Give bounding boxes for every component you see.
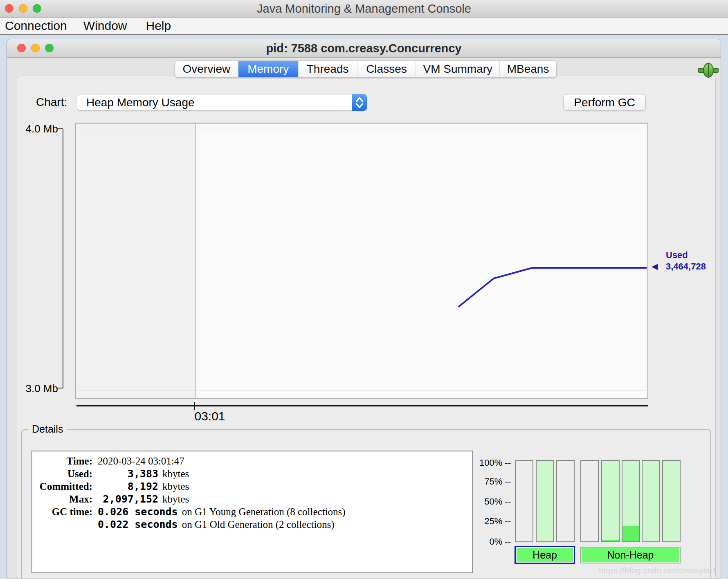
nonheap-pool-bar	[662, 460, 681, 542]
nonheap-pool-bar	[622, 460, 640, 542]
detail-label: Committed:	[32, 480, 92, 493]
y-axis-line	[63, 129, 63, 388]
y-axis-max-label: 4.0 Mb	[17, 122, 58, 135]
jconsole-window: pid: 7588 com.creasy.Concurrency Overvie…	[7, 39, 721, 579]
window-title: pid: 7588 com.creasy.Concurrency	[7, 39, 721, 58]
chart-type-select[interactable]: Heap Memory Usage	[77, 94, 367, 111]
bars-axis-75: 75% --	[454, 476, 511, 487]
detail-label: GC time:	[32, 505, 92, 518]
x-axis-tick-label: 03:01	[185, 409, 234, 423]
heap-pool-bar	[556, 460, 575, 542]
detail-row-committed: Committed: 8,192kbytes	[32, 480, 472, 493]
detail-label	[32, 518, 92, 531]
bars-axis-0: 0% --	[454, 536, 511, 548]
screen: Java Monitoring & Management Console Con…	[0, 0, 728, 579]
detail-unit: kbytes	[162, 468, 189, 479]
menu-help[interactable]: Help	[145, 19, 172, 33]
jconsole-titlebar: pid: 7588 com.creasy.Concurrency	[7, 39, 721, 58]
detail-number: 0.026 seconds	[98, 505, 178, 518]
menu-window[interactable]: Window	[83, 19, 128, 33]
used-value-label: Used 3,464,728	[666, 249, 706, 272]
nonheap-pool-bar	[642, 460, 660, 542]
heap-usage-chart	[75, 123, 648, 399]
tab-classes[interactable]: Classes	[357, 61, 416, 77]
bars-axis-50: 50% --	[454, 496, 511, 507]
perform-gc-button[interactable]: Perform GC	[563, 94, 646, 111]
menu-bar: Connection Window Help	[0, 18, 728, 35]
heap-pool-bar	[536, 460, 554, 542]
y-axis-bottom-tick	[58, 388, 63, 388]
tab-memory[interactable]: Memory	[238, 61, 299, 77]
detail-label: Max:	[32, 493, 92, 505]
detail-number: 3,383	[98, 467, 158, 480]
detail-label: Time:	[32, 455, 92, 467]
app-title: Java Monitoring & Management Console	[0, 0, 728, 18]
series-marker-icon: ◀	[652, 261, 658, 271]
chart-select-label: Chart:	[36, 94, 67, 110]
nonheap-pool-bar	[601, 460, 620, 542]
memory-tab-panel: Chart: Heap Memory Usage Perform GC 4.0 …	[17, 76, 716, 579]
y-axis-top-tick	[58, 128, 63, 129]
menu-connection[interactable]: Connection	[4, 19, 68, 33]
detail-unit: on G1 Old Generation (2 collections)	[182, 519, 335, 530]
detail-number: 2,097,152	[98, 493, 158, 505]
details-legend: Details	[28, 423, 67, 435]
non-heap-button[interactable]: Non-Heap	[580, 547, 681, 563]
detail-label: Used:	[32, 467, 92, 480]
detail-unit: kbytes	[162, 481, 189, 492]
heap-pool-bar	[515, 460, 533, 542]
bars-axis-25: 25% --	[454, 516, 511, 527]
x-axis-tick	[194, 402, 195, 410]
nonheap-pool-bar	[580, 460, 599, 542]
detail-unit: kbytes	[162, 494, 189, 505]
detail-row-max: Max: 2,097,152kbytes	[32, 493, 472, 505]
x-axis-line	[76, 405, 648, 406]
detail-row-used: Used: 3,383kbytes	[32, 467, 472, 480]
detail-row-gc-old: 0.022 secondson G1 Old Generation (2 col…	[32, 518, 472, 531]
used-memory-line	[76, 123, 649, 399]
chart-select-value: Heap Memory Usage	[86, 94, 195, 111]
tab-mbeans[interactable]: MBeans	[500, 61, 556, 77]
y-axis-min-label: 3.0 Mb	[17, 382, 58, 395]
detail-unit: on G1 Young Generation (8 collections)	[182, 506, 346, 517]
series-name: Used	[666, 249, 706, 261]
watermark-text: https://blog.csdn.net/creasylai19	[549, 566, 716, 575]
heap-button[interactable]: Heap	[515, 546, 575, 564]
detail-value: 2020-03-24 03:01:47	[98, 455, 184, 467]
detail-number: 0.022 seconds	[98, 518, 178, 531]
tab-bar: Overview Memory Threads Classes VM Summa…	[175, 61, 557, 78]
bars-axis-100: 100% --	[454, 457, 511, 469]
tab-threads[interactable]: Threads	[299, 61, 357, 77]
tab-overview[interactable]: Overview	[175, 61, 238, 77]
macos-titlebar: Java Monitoring & Management Console	[0, 0, 728, 18]
detail-row-time: Time: 2020-03-24 03:01:47	[32, 455, 472, 467]
series-last-value: 3,464,728	[666, 261, 706, 272]
select-stepper-icon[interactable]	[352, 94, 367, 111]
connection-plug-icon	[698, 63, 719, 80]
detail-number: 8,192	[98, 480, 158, 493]
detail-row-gc-young: GC time: 0.026 secondson G1 Young Genera…	[32, 505, 472, 518]
details-text-panel: Time: 2020-03-24 03:01:47 Used: 3,383kby…	[31, 451, 473, 573]
tab-vm-summary[interactable]: VM Summary	[416, 61, 500, 77]
